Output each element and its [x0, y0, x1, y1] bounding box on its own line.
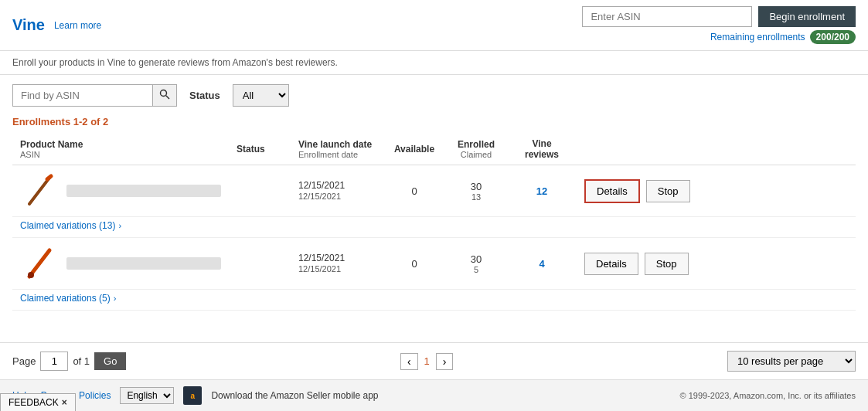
- page-label: Page: [12, 355, 36, 367]
- enrolled-cell-2: 30 5: [445, 238, 507, 290]
- th-vine-launch-label: Vine launch date: [298, 139, 372, 150]
- language-select[interactable]: English: [120, 387, 174, 404]
- enrolled-num-2: 30: [471, 253, 482, 265]
- th-enrollment-date-label: Enrollment date: [298, 150, 376, 159]
- claimed-variations-2[interactable]: Claimed variations (5) ›: [12, 290, 856, 310]
- sub-header-description: Enroll your products in Vine to generate…: [12, 57, 856, 68]
- actions-cell-1: Details Stop: [577, 165, 856, 217]
- actions-cell-2: Details Stop: [577, 238, 856, 290]
- actions-inner-1: Details Stop: [584, 179, 848, 203]
- launch-date-2: 12/15/2021: [298, 253, 345, 263]
- reviews-cell-1: 12: [507, 165, 577, 217]
- svg-point-5: [28, 272, 34, 278]
- enrollments-count: Enrollments 1-2 of 2: [12, 116, 856, 127]
- search-button[interactable]: [152, 85, 176, 106]
- claimed-variations-label-1: Claimed variations (13): [20, 220, 115, 231]
- feedback-label: FEEDBACK: [9, 397, 59, 408]
- actions-inner-2: Details Stop: [584, 253, 848, 275]
- page-center: ‹ 1 ›: [400, 353, 454, 370]
- th-vine-launch: Vine launch date Enrollment date: [291, 134, 383, 165]
- page-wrapper: Vine Learn more Begin enrollment Remaini…: [0, 0, 868, 411]
- page-right: 10 results per page: [727, 351, 856, 372]
- details-button-2[interactable]: Details: [584, 253, 638, 275]
- svg-point-0: [161, 90, 167, 97]
- learn-more-link[interactable]: Learn more: [54, 20, 101, 31]
- remaining-label: Remaining enrollments: [710, 32, 805, 42]
- date-cell-2: 12/15/2021 12/15/2021: [291, 238, 383, 290]
- asin-input[interactable]: [582, 6, 752, 27]
- feedback-button[interactable]: FEEDBACK ×: [0, 393, 76, 411]
- remaining-badge: 200/200: [810, 30, 856, 44]
- of-label: of 1: [73, 355, 90, 367]
- footer-right: © 1999-2023, Amazon.com, Inc. or its aff…: [680, 391, 856, 400]
- claimed-num-2: 5: [453, 265, 499, 274]
- product-cell-2: [12, 238, 229, 290]
- claimed-variations-1[interactable]: Claimed variations (13) ›: [12, 217, 856, 237]
- search-row: Status All: [12, 84, 856, 107]
- reviews-cell-2: 4: [507, 238, 577, 290]
- table-header-row: Product Name ASIN Status Vine launch dat…: [12, 134, 856, 165]
- footer: Help Program Policies English a Download…: [0, 379, 868, 411]
- available-cell-2: 0: [383, 238, 445, 290]
- th-vine-reviews: Vine reviews: [507, 134, 577, 165]
- enrollment-date-1: 12/15/2021: [298, 192, 341, 201]
- available-cell-1: 0: [383, 165, 445, 217]
- search-icon: [159, 89, 170, 100]
- status-cell-1: [229, 165, 291, 217]
- amazon-app-icon: a: [183, 386, 202, 405]
- claimed-variations-label-2: Claimed variations (5): [20, 293, 111, 304]
- enrollment-date-2: 12/15/2021: [298, 264, 341, 273]
- asin-row: Begin enrollment: [582, 6, 856, 27]
- feedback-close-icon[interactable]: ×: [62, 397, 67, 408]
- stop-button-1[interactable]: Stop: [646, 180, 690, 202]
- pagination-bar: Page 1 of 1 Go ‹ 1 › 10 results per page: [0, 342, 868, 379]
- table-row: 12/15/2021 12/15/2021 0 30 13 12 Details: [12, 165, 856, 217]
- claimed-variations-cell-2: Claimed variations (5) ›: [12, 290, 856, 311]
- th-enrolled: Enrolled Claimed: [445, 134, 507, 165]
- stop-button-2[interactable]: Stop: [645, 253, 689, 275]
- go-button[interactable]: Go: [94, 352, 126, 370]
- per-page-select[interactable]: 10 results per page: [727, 351, 856, 372]
- prev-page-button[interactable]: ‹: [400, 353, 418, 370]
- product-cell-inner-2: [20, 244, 221, 283]
- enrolled-cell-1: 30 13: [445, 165, 507, 217]
- vine-title: Vine: [12, 16, 45, 34]
- enrolled-num-1: 30: [471, 181, 482, 192]
- th-asin-label: ASIN: [20, 150, 221, 159]
- chevron-right-icon-1: ›: [118, 221, 121, 230]
- claimed-num-1: 13: [453, 192, 499, 202]
- begin-enrollment-button[interactable]: Begin enrollment: [758, 6, 856, 27]
- page-left: Page 1 of 1 Go: [12, 352, 126, 371]
- svg-line-1: [166, 96, 169, 99]
- claimed-variations-cell-1: Claimed variations (13) ›: [12, 217, 856, 238]
- product-image-2: [20, 244, 59, 283]
- top-bar-left: Vine Learn more: [12, 16, 101, 34]
- th-product-label: Product Name: [20, 139, 83, 150]
- status-label: Status: [189, 90, 220, 101]
- th-available: Available: [383, 134, 445, 165]
- svg-line-2: [29, 178, 49, 204]
- search-input[interactable]: [13, 85, 152, 106]
- status-cell-2: [229, 238, 291, 290]
- copyright: © 1999-2023, Amazon.com, Inc. or its aff…: [680, 391, 856, 400]
- product-name-placeholder-1: [66, 185, 221, 197]
- th-claimed-label: Claimed: [453, 150, 499, 159]
- launch-date-1: 12/15/2021: [298, 180, 345, 191]
- status-select[interactable]: All: [233, 84, 289, 107]
- product-name-placeholder-2: [66, 257, 221, 270]
- remaining-enrollments: Remaining enrollments 200/200: [710, 30, 856, 44]
- product-cell-inner-1: [20, 172, 221, 210]
- main-content: Status All Enrollments 1-2 of 2 Product …: [0, 75, 868, 342]
- download-label: Download the Amazon Seller mobile app: [211, 390, 378, 401]
- th-product: Product Name ASIN: [12, 134, 229, 165]
- next-page-button[interactable]: ›: [436, 353, 454, 370]
- search-input-wrapper: [12, 84, 177, 107]
- chevron-right-icon-2: ›: [114, 294, 117, 303]
- product-cell-1: [12, 165, 229, 217]
- reviews-num-2: 4: [539, 258, 544, 270]
- sub-header: Enroll your products in Vine to generate…: [0, 51, 868, 75]
- reviews-num-1: 12: [536, 185, 547, 197]
- details-button-1[interactable]: Details: [584, 179, 640, 203]
- page-input[interactable]: 1: [40, 352, 68, 371]
- top-bar: Vine Learn more Begin enrollment Remaini…: [0, 0, 868, 51]
